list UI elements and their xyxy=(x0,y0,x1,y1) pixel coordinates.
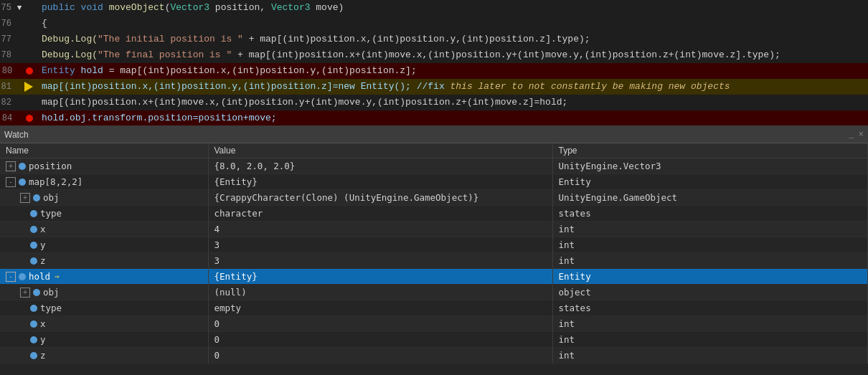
variable-name: type xyxy=(40,303,62,313)
watch-name-cell: z xyxy=(0,348,208,364)
code-line-78: 78 Debug.Log("The final position is " + … xyxy=(0,47,868,63)
watch-close-button[interactable]: × xyxy=(859,130,864,140)
watch-value-cell: {Entity} xyxy=(208,269,552,285)
watch-name-cell: + obj xyxy=(0,285,208,300)
watch-type-cell: object xyxy=(552,285,868,300)
watch-name-cell: x xyxy=(0,316,208,332)
watch-panel-title: Watch xyxy=(4,130,29,140)
watch-minimize-button[interactable]: _ xyxy=(849,130,854,140)
table-row[interactable]: type character states xyxy=(0,206,868,222)
line-gutter-80: 80 xyxy=(0,63,36,79)
code-line-82: 82 map[(int)position.x+(int)move.x,(int)… xyxy=(0,95,868,110)
line-number-82: 82 xyxy=(0,95,16,110)
variable-icon xyxy=(19,273,26,280)
variable-name: x xyxy=(40,318,46,329)
variable-name: y xyxy=(40,239,46,250)
variable-name: obj xyxy=(43,287,60,298)
watch-value-cell: 0 xyxy=(208,332,552,348)
watch-value-cell: 3 xyxy=(208,237,552,253)
line-number-78: 78 xyxy=(0,47,16,63)
watch-name-cell: - hold ⇒ xyxy=(0,269,208,285)
collapse-icon-75[interactable]: ▼ xyxy=(16,0,23,16)
watch-value-cell: 0 xyxy=(208,348,552,364)
table-row[interactable]: type empty states xyxy=(0,300,868,316)
watch-table-header: Name Value Type xyxy=(0,143,868,158)
watch-type-cell: int xyxy=(552,222,868,237)
table-row[interactable]: x 4 int xyxy=(0,222,868,237)
line-code-80: Entity hold = map[(int)position.x,(int)p… xyxy=(36,63,868,79)
line-gutter-77: 77 xyxy=(0,32,36,47)
watch-panel-controls: _ × xyxy=(849,130,864,140)
variable-icon xyxy=(33,289,40,296)
gutter-none-80 xyxy=(16,63,24,79)
table-row[interactable]: z 0 int xyxy=(0,348,868,364)
variable-icon xyxy=(30,305,37,312)
variable-name: z xyxy=(40,350,46,361)
watch-value-cell: 3 xyxy=(208,253,552,269)
line-number-77: 77 xyxy=(0,32,16,47)
current-line-arrow-81 xyxy=(24,82,33,92)
current-line-indicator: ⇒ xyxy=(55,272,60,281)
watch-type-cell: int xyxy=(552,237,868,253)
breakpoint-icon-84[interactable] xyxy=(26,115,33,122)
table-row[interactable]: y 3 int xyxy=(0,237,868,253)
gutter-none-78 xyxy=(16,47,23,63)
table-row[interactable]: + obj {CrappyCharacter(Clone) (UnityEngi… xyxy=(0,190,868,206)
line-code-76: { xyxy=(36,16,868,32)
expand-icon[interactable]: + xyxy=(6,161,16,171)
code-editor: 75 ▼ public void moveObject(Vector3 posi… xyxy=(0,0,868,125)
variable-icon xyxy=(33,194,40,201)
variable-icon xyxy=(30,210,37,217)
line-number-81: 81 xyxy=(0,79,16,95)
variable-icon xyxy=(30,257,37,265)
watch-table: Name Value Type + position {8.0, 2.0, 2.… xyxy=(0,143,868,364)
line-gutter-82: 82 xyxy=(0,95,36,110)
line-number-80: 80 xyxy=(0,63,16,79)
watch-name-cell: type xyxy=(0,206,208,222)
table-row[interactable]: + position {8.0, 2.0, 2.0} UnityEngine.V… xyxy=(0,158,868,174)
expand-icon[interactable]: + xyxy=(20,193,30,203)
table-row[interactable]: - map[8,2,2] {Entity} Entity xyxy=(0,174,868,190)
line-gutter-76: 76 xyxy=(0,16,36,32)
code-line-81: 81 map[(int)position.x,(int)position.y,(… xyxy=(0,79,868,95)
code-line-80: 80 Entity hold = map[(int)position.x,(in… xyxy=(0,63,868,79)
variable-icon xyxy=(19,163,26,170)
gutter-none-77 xyxy=(16,32,23,47)
line-code-82: map[(int)position.x+(int)move.x,(int)pos… xyxy=(36,95,868,110)
table-row[interactable]: - hold ⇒ {Entity} Entity xyxy=(0,269,868,285)
watch-panel-header: Watch _ × xyxy=(0,126,868,143)
line-number-84: 84 xyxy=(0,110,16,125)
watch-value-cell: {8.0, 2.0, 2.0} xyxy=(208,158,552,174)
watch-type-cell: Entity xyxy=(552,269,868,285)
line-gutter-81: 81 xyxy=(0,79,36,95)
watch-name-cell: type xyxy=(0,300,208,316)
line-code-77: Debug.Log("The initial position is " + m… xyxy=(36,32,868,47)
watch-name-cell: y xyxy=(0,237,208,253)
table-row[interactable]: z 3 int xyxy=(0,253,868,269)
table-row[interactable]: y 0 int xyxy=(0,332,868,348)
variable-icon xyxy=(30,226,37,233)
line-number-76: 76 xyxy=(0,16,16,32)
variable-name: obj xyxy=(43,192,60,203)
code-line-75: 75 ▼ public void moveObject(Vector3 posi… xyxy=(0,0,868,16)
watch-name-cell: x xyxy=(0,222,208,237)
expand-icon[interactable]: - xyxy=(6,272,16,282)
watch-value-cell: 0 xyxy=(208,316,552,332)
variable-name: position xyxy=(29,161,72,171)
watch-name-cell: y xyxy=(0,332,208,348)
gutter-none-84 xyxy=(16,110,24,125)
watch-value-cell: character xyxy=(208,206,552,222)
gutter-none-76 xyxy=(16,16,23,32)
line-code-84: hold.obj.transform.position=position+mov… xyxy=(36,110,868,125)
expand-icon[interactable]: + xyxy=(20,288,30,298)
line-gutter-84: 84 xyxy=(0,110,36,125)
variable-icon xyxy=(30,242,37,249)
watch-name-cell: z xyxy=(0,253,208,269)
code-line-84: 84 hold.obj.transform.position=position+… xyxy=(0,110,868,125)
table-row[interactable]: + obj (null) object xyxy=(0,285,868,300)
expand-icon[interactable]: - xyxy=(6,177,16,187)
line-code-81: map[(int)position.x,(int)position.y,(int… xyxy=(36,79,868,95)
breakpoint-icon-80[interactable] xyxy=(26,67,33,75)
watch-panel: Watch _ × Name Value Type + position xyxy=(0,125,868,375)
table-row[interactable]: x 0 int xyxy=(0,316,868,332)
